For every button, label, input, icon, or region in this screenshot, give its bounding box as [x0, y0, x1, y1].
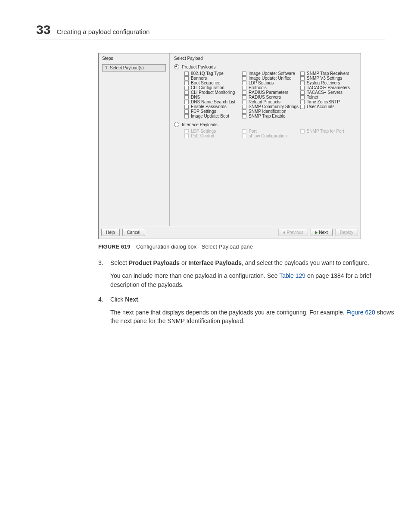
checkbox-icon	[242, 72, 246, 76]
checkbox-item[interactable]: RADIUS Parameters	[242, 90, 299, 95]
page-header: 33 Creating a payload configuration	[36, 22, 385, 40]
checkbox-item[interactable]: CLI Configuration	[184, 85, 240, 90]
checkbox-icon	[242, 81, 246, 85]
step-select-payloads[interactable]: 1. Select Payload(s)	[102, 64, 166, 72]
checkbox-icon	[184, 109, 189, 114]
cancel-button[interactable]: Cancel	[122, 229, 145, 236]
step-4: 4. Click Next.	[98, 295, 400, 304]
radio-icon	[174, 64, 179, 69]
figure-620-link[interactable]: Figure 620	[346, 309, 375, 316]
checkbox-icon	[300, 105, 305, 109]
arrow-left-icon	[283, 231, 285, 234]
checkbox-icon	[300, 76, 305, 81]
step-number: 4.	[98, 295, 106, 304]
checkbox-item: LDP Settings	[184, 129, 240, 134]
figure-number: FIGURE 619	[98, 243, 130, 250]
checkbox-icon	[300, 129, 305, 134]
checkbox-icon	[300, 86, 305, 90]
checkbox-item[interactable]: SNMP Community Strings	[242, 104, 299, 109]
checkbox-icon	[184, 90, 189, 95]
checkbox-item[interactable]: Image Update: Boot	[184, 114, 240, 118]
checkbox-item[interactable]: User Accounts	[300, 104, 356, 109]
checkbox-icon	[184, 114, 189, 118]
checkbox-item[interactable]: DNS	[184, 95, 240, 100]
checkbox-icon	[242, 129, 246, 134]
checkbox-item[interactable]: CLI Product Monitoring	[184, 90, 240, 95]
checkbox-icon	[184, 134, 189, 138]
checkbox-item[interactable]: SNMP Identification	[242, 109, 299, 114]
arrow-right-icon	[315, 231, 318, 234]
body-text: 3. Select Product Payloads or Interface …	[98, 258, 400, 326]
checkbox-icon	[300, 90, 305, 95]
table-129-link[interactable]: Table 129	[279, 272, 305, 279]
checkbox-icon	[184, 105, 189, 109]
chapter-title: Creating a payload configuration	[56, 28, 149, 35]
step-number: 3.	[98, 258, 106, 267]
step-3: 3. Select Product Payloads or Interface …	[98, 258, 400, 267]
checkbox-icon	[184, 76, 189, 81]
checkbox-item[interactable]: Image Update: Software	[242, 71, 299, 76]
figure-text: Configuration dialog box - Select Payloa…	[136, 243, 253, 250]
checkbox-item[interactable]: Image Update: Unified	[242, 76, 299, 81]
checkbox-item: PoE Control	[184, 134, 240, 138]
checkbox-item: sFlow Configuration	[242, 134, 298, 138]
step-4-sub: The next pane that displays depends on t…	[110, 308, 400, 326]
checkbox-item[interactable]: Enable Passwords	[184, 104, 240, 109]
checkbox-item[interactable]: FDP Settings	[184, 109, 240, 114]
checkbox-item[interactable]: SNMP Trap Receivers	[300, 71, 356, 76]
figure-caption: FIGURE 619 Configuration dialog box - Se…	[98, 243, 385, 250]
checkbox-icon	[242, 95, 246, 100]
checkbox-item[interactable]: Protocols	[242, 85, 299, 90]
checkbox-icon	[242, 76, 246, 81]
radio-icon	[174, 122, 179, 127]
interface-payloads-radio[interactable]: Interface Payloads	[174, 122, 356, 127]
checkbox-icon	[184, 86, 189, 90]
next-button[interactable]: Next	[311, 229, 333, 236]
configuration-dialog: Steps 1. Select Payload(s) Select Payloa…	[98, 53, 361, 239]
checkbox-icon	[242, 100, 246, 104]
interface-payloads-grid: LDP Settings PoE Control Port sFlow Conf…	[184, 129, 356, 138]
deploy-button: Deploy	[335, 229, 358, 236]
steps-panel: Steps 1. Select Payload(s)	[99, 53, 170, 226]
checkbox-item[interactable]: 802.1Q Tag Type	[184, 71, 240, 76]
checkbox-icon	[242, 105, 246, 109]
step-3-sub: You can include more than one payload in…	[110, 271, 400, 289]
select-payload-panel: Select Payload Product Payloads 802.1Q T…	[170, 53, 361, 226]
checkbox-item: SNMP Trap for Port	[300, 129, 356, 134]
checkbox-item[interactable]: Reload Products	[242, 100, 299, 104]
help-button[interactable]: Help	[101, 229, 120, 236]
checkbox-icon	[242, 86, 246, 90]
checkbox-item[interactable]: LDP Settings	[242, 81, 299, 85]
checkbox-item[interactable]: SNMP Trap Enable	[242, 114, 299, 118]
checkbox-icon	[242, 114, 246, 118]
checkbox-icon	[242, 109, 246, 114]
checkbox-item[interactable]: Syslog Receivers	[300, 81, 356, 85]
checkbox-item[interactable]: SNMP V3 Settings	[300, 76, 356, 81]
checkbox-icon	[300, 72, 305, 76]
checkbox-icon	[184, 81, 189, 85]
radio-label: Interface Payloads	[182, 122, 218, 127]
checkbox-item[interactable]: Boot Sequence	[184, 81, 240, 85]
checkbox-item[interactable]: Telnet	[300, 95, 356, 100]
chapter-number: 33	[36, 22, 50, 37]
checkbox-icon	[184, 95, 189, 100]
checkbox-icon	[300, 100, 305, 104]
checkbox-icon	[184, 72, 189, 76]
steps-label: Steps	[102, 56, 166, 61]
checkbox-icon	[300, 95, 305, 100]
product-payloads-grid: 802.1Q Tag Type Banners Boot Sequence CL…	[184, 71, 356, 118]
checkbox-item[interactable]: RADIUS Servers	[242, 95, 299, 100]
checkbox-item[interactable]: Banners	[184, 76, 240, 81]
checkbox-item[interactable]: DNS Name Search List	[184, 100, 240, 104]
checkbox-item[interactable]: TACACS+ Servers	[300, 90, 356, 95]
checkbox-item[interactable]: TACACS+ Parameters	[300, 85, 356, 90]
previous-button: Previous	[278, 229, 308, 236]
panel-title: Select Payload	[174, 56, 356, 61]
product-payloads-radio[interactable]: Product Payloads	[174, 64, 356, 69]
checkbox-icon	[242, 134, 246, 138]
checkbox-item[interactable]: Time Zone/SNTP	[300, 100, 356, 104]
checkbox-icon	[184, 129, 189, 134]
checkbox-icon	[242, 90, 246, 95]
checkbox-icon	[184, 100, 189, 104]
radio-label: Product Payloads	[182, 65, 215, 69]
